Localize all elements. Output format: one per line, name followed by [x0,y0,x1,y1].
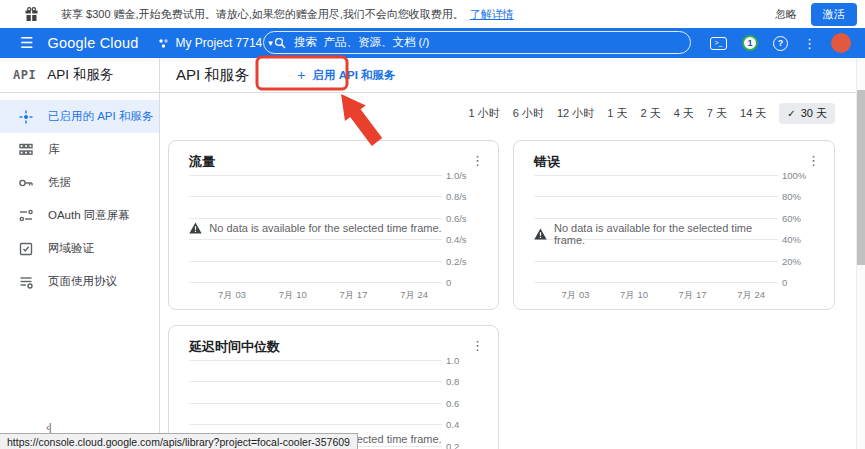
sidebar-item-page-usage-agreements[interactable]: 页面使用协议 [0,265,159,298]
domain-verification-icon [18,241,34,257]
time-range-7d[interactable]: 7 天 [707,106,727,121]
google-cloud-logo[interactable]: Google Cloud [47,35,138,51]
chart-plot-area: 1.0/s 0.8/s 0.6/s 0.4/s 0.2/s 0 [189,175,442,282]
sidebar-item-library[interactable]: 库 [0,133,159,166]
activate-button[interactable]: 激活 [811,3,857,26]
time-range-14d[interactable]: 14 天 [740,106,766,121]
time-range-selector: 1 小时 6 小时 12 小时 1 天 2 天 4 天 7 天 14 天 ✓ 3… [168,102,835,124]
project-icon [157,37,170,50]
sidebar: API API 和服务 已启用的 API 和服务 [0,58,160,449]
enable-apis-button-label: 启用 API 和服务 [313,68,396,83]
sidebar-item-label: 页面使用协议 [48,274,117,289]
time-range-12h[interactable]: 12 小时 [557,106,594,121]
chart-card-errors: 错误 ⋮ 100% 80% 60% 40% 20% 0 [513,140,835,310]
library-icon [18,142,34,158]
project-selector[interactable]: My Project 7714 ▾ [157,36,273,50]
chart-plot-area: 100% 80% 60% 40% 20% 0 No d [534,175,778,282]
menu-icon[interactable]: ☰ [10,34,43,52]
sidebar-item-credentials[interactable]: 凭据 [0,166,159,199]
learn-more-link[interactable]: 了解详情 [470,7,514,22]
help-icon[interactable]: ? [773,36,788,51]
sidebar-item-domain-verification[interactable]: 网域验证 [0,232,159,265]
gift-icon [24,7,39,22]
project-name: My Project 7714 [176,36,263,50]
oauth-consent-icon [18,208,34,224]
time-range-4d[interactable]: 4 天 [674,106,694,121]
sidebar-title: API 和服务 [47,66,113,84]
page-usage-agreements-icon [18,274,34,290]
chart-more-options-icon[interactable]: ⋮ [467,338,488,353]
check-icon: ✓ [787,108,795,119]
sidebar-item-label: 库 [48,142,60,157]
app-header: ☰ Google Cloud My Project 7714 ▾ 搜索 产品、资… [0,28,865,58]
chart-title: 延迟时间中位数 [189,338,280,356]
time-range-2d[interactable]: 2 天 [640,106,660,121]
chart-x-axis: 7月 03 7月 10 7月 17 7月 24 [534,289,778,303]
sidebar-header: API API 和服务 [0,58,159,93]
chart-title: 错误 [534,153,560,171]
plus-icon: + [297,67,305,83]
warning-icon [534,228,547,240]
chart-card-median-latency: 延迟时间中位数 ⋮ 1.0 0.8 0.6 0.4 0.2 [168,325,499,449]
page-header: API 和服务 + 启用 API 和服务 [160,58,865,93]
dismiss-button[interactable]: 忽略 [775,7,797,22]
time-range-30d-selected[interactable]: ✓ 30 天 [779,103,835,124]
sidebar-item-label: 网域验证 [48,241,94,256]
sidebar-item-enabled-apis[interactable]: 已启用的 API 和服务 [0,100,159,133]
chart-title: 流量 [189,153,215,171]
time-range-6h[interactable]: 6 小时 [513,106,544,121]
search-input[interactable]: 搜索 产品、资源、文档 (/) [263,31,691,54]
api-product-logo: API [13,68,36,82]
cloud-shell-icon[interactable]: >_ [710,37,727,50]
main-area: API 和服务 + 启用 API 和服务 1 小时 6 小时 12 小时 1 天… [160,58,865,449]
time-range-1d[interactable]: 1 天 [607,106,627,121]
more-options-icon[interactable]: ⋮ [803,36,816,51]
collapse-panel-icon[interactable]: ‹| [46,421,51,433]
chart-card-traffic: 流量 ⋮ 1.0/s 0.8/s 0.6/s 0.4/s 0.2/s 0 [168,140,499,310]
enable-apis-button[interactable]: + 启用 API 和服务 [287,61,405,89]
avatar[interactable] [831,33,851,53]
no-data-message: No data is available for the selected ti… [189,222,442,234]
status-bar-url: https://console.cloud.google.com/apis/li… [0,433,358,449]
search-icon [274,37,286,49]
scrollbar-thumb[interactable] [857,90,865,265]
sidebar-item-label: 已启用的 API 和服务 [48,109,153,124]
sidebar-item-oauth-consent[interactable]: OAuth 同意屏幕 [0,199,159,232]
google-cloud-console: 获享 $300 赠金,开始免费试用。请放心,如果您的赠金用尽,我们不会向您收取费… [0,0,865,449]
chart-x-axis: 7月 03 7月 10 7月 17 7月 24 [189,289,442,303]
chart-more-options-icon[interactable]: ⋮ [467,153,488,168]
banner-text: 获享 $300 赠金,开始免费试用。请放心,如果您的赠金用尽,我们不会向您收取费… [61,7,464,22]
sidebar-item-label: 凭据 [48,175,71,190]
warning-icon [189,222,202,234]
enabled-apis-icon [18,109,34,125]
notifications-badge[interactable]: 1 [742,35,758,51]
chart-more-options-icon[interactable]: ⋮ [803,153,824,168]
no-data-message: No data is available for the selected ti… [534,222,778,246]
sidebar-item-label: OAuth 同意屏幕 [48,208,130,223]
page-title: API 和服务 [176,66,249,85]
key-icon [18,175,34,191]
vertical-scrollbar [856,58,865,449]
time-range-1h[interactable]: 1 小时 [469,106,500,121]
search-placeholder: 搜索 产品、资源、文档 (/) [294,35,429,50]
free-trial-banner: 获享 $300 赠金,开始免费试用。请放心,如果您的赠金用尽,我们不会向您收取费… [0,0,865,28]
